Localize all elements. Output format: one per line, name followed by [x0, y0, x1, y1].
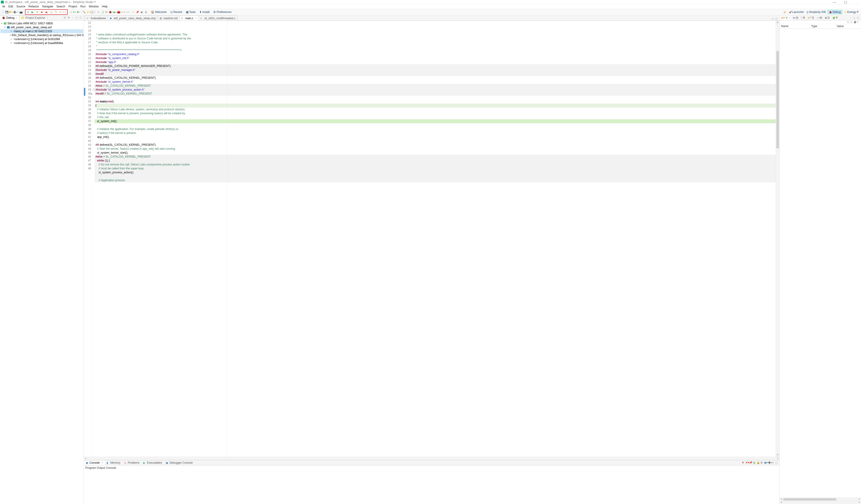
menu-search[interactable]: Search	[55, 4, 67, 9]
minimize-button[interactable]: —	[831, 0, 838, 4]
clear-icon[interactable]: 🗑	[761, 461, 764, 464]
code-line-46[interactable]: // must be called from the super loop.	[95, 167, 776, 170]
code-line-21[interactable]: #include "sl_power_manager.h"	[95, 68, 776, 72]
quicklink-install[interactable]: ⬇Install	[198, 10, 211, 14]
code-editor[interactable]: 1213141516171819202122232425262728293031…	[84, 21, 779, 457]
bottom-tab-executables[interactable]: ▶Executables	[141, 461, 164, 465]
terminate-icon[interactable]: ■	[40, 10, 44, 14]
code-line-20[interactable]: #if defined(SL_CATALOG_POWER_MANAGER_PRE…	[95, 64, 776, 68]
code-line-48[interactable]	[95, 174, 776, 179]
quicklink-preferences[interactable]: ⚙Preferences	[212, 10, 233, 14]
stack-frame-1[interactable]: RSI_Default_Reset_Handler() at startup_R…	[12, 33, 84, 37]
vertical-scrollbar[interactable]: ▴ ▾	[776, 21, 779, 457]
skip-breakpoints-icon[interactable]: ⊘	[26, 10, 30, 14]
expand-icon[interactable]: ▾	[4, 26, 6, 28]
minimize-editor-icon[interactable]: ▭	[771, 17, 775, 20]
right-tab-v[interactable]: (x)=V×	[780, 16, 791, 20]
build-icon[interactable]: 🔨	[82, 10, 86, 14]
right-tab-r[interactable]: ⦙⦙⦙R	[800, 16, 807, 20]
goto-icon[interactable]: 📑	[100, 10, 104, 14]
col-name[interactable]: Name	[780, 24, 810, 28]
scroll-left-icon[interactable]: ◂	[84, 457, 87, 460]
fwd-nav[interactable]: ⇨	[126, 10, 129, 14]
code-line-40[interactable]: #if defined(SL_CATALOG_KERNEL_PRESENT)	[95, 143, 776, 147]
flash-dropdown[interactable]: ⚡	[86, 10, 90, 14]
maximize-view-icon[interactable]: ▢	[80, 16, 83, 19]
code-line-22[interactable]: #endif	[95, 72, 776, 76]
scroll-right-icon[interactable]: ▸	[858, 498, 861, 501]
instruction-step-icon[interactable]: i→	[63, 10, 67, 14]
close-icon[interactable]: ×	[101, 461, 103, 464]
save-icon[interactable]: 💾	[5, 10, 9, 14]
scroll-right-icon[interactable]: ▸	[776, 457, 779, 460]
code-line-39[interactable]	[95, 139, 776, 143]
perspective-simplicity-ide[interactable]: {}Simplicity IDE	[805, 10, 828, 14]
menu-run[interactable]: Run	[79, 4, 87, 9]
view-menu-icon[interactable]: ⋮	[849, 16, 853, 20]
code-line-27[interactable]: #endif // SL_CATALOG_KERNEL_PRESENT	[95, 92, 776, 96]
scroll-lock-icon[interactable]: 🔒	[757, 461, 760, 464]
config-dropdown[interactable]: 📋	[91, 10, 94, 14]
code-line-24[interactable]: #include "sl_system_kernel.h"	[95, 80, 776, 84]
collapse-icon[interactable]: ⊟	[64, 16, 67, 19]
nav-dropdown[interactable]: ⇅	[105, 10, 109, 14]
menu-project[interactable]: Project	[67, 4, 79, 9]
close-icon[interactable]: ×	[195, 17, 196, 19]
code-line-49[interactable]: // Application process.	[95, 179, 776, 182]
variables-detail-hscroll[interactable]: ◂ ▸	[780, 501, 861, 504]
editor-tab-main-c[interactable]: cmain.c×	[179, 15, 199, 20]
variables-body[interactable]	[780, 29, 861, 498]
close-icon[interactable]: ×	[16, 17, 17, 19]
menu-help[interactable]: Help	[100, 4, 109, 9]
new-dropdown[interactable]: ➕	[13, 10, 17, 14]
code-line-32[interactable]: // Note that if the kernel is present, p…	[95, 111, 776, 115]
pin-icon[interactable]: 📌	[136, 10, 139, 14]
stack-frame-0[interactable]: main() at main.c:30 0x8212320	[14, 30, 52, 33]
editor-tab-readme-md[interactable]: ▤readme.md	[158, 15, 180, 20]
quicklink-welcome[interactable]: 🏠Welcome	[150, 10, 168, 14]
bottom-tab-problems[interactable]: ⚠Problems	[122, 461, 141, 465]
resume-icon[interactable]: ▶	[31, 10, 34, 14]
console-output[interactable]: Program Output Console	[84, 465, 779, 504]
close-icon[interactable]: ×	[789, 16, 790, 19]
run-to-line-icon[interactable]: →|	[68, 10, 72, 14]
debug-stack-tree[interactable]: ▾Silicon Labs ARM MCU: SI917-SB00 ▾wifi_…	[0, 20, 84, 46]
debug-dropdown[interactable]: 🐞	[109, 10, 113, 14]
scrollbar-thumb[interactable]	[783, 498, 836, 501]
code-line-13[interactable]: * software is distributed to you in Sour…	[95, 37, 776, 41]
right-tab-m[interactable]: ▭M	[816, 16, 823, 20]
quicklink-recent[interactable]: ◴Recent	[169, 10, 183, 14]
bottom-tab-debugger-console[interactable]: ▣Debugger Console	[164, 461, 194, 465]
run-dropdown[interactable]: ▶	[113, 10, 117, 14]
save-dropdown[interactable]: 📂	[9, 10, 13, 14]
maximize-button[interactable]: ▢	[842, 0, 849, 4]
code-line-19[interactable]: #include "app.h"	[95, 60, 776, 64]
maximize-editor-icon[interactable]: ▢	[775, 17, 778, 20]
code-line-33[interactable]: // this call.	[95, 115, 776, 119]
perspective-debug[interactable]: 🐞Debug	[828, 10, 842, 14]
menu-refactor[interactable]: Refactor	[27, 4, 40, 9]
code-line-18[interactable]: #include "sl_system_init.h"	[95, 56, 776, 60]
horizontal-scrollbar[interactable]: ◂ ▸	[84, 457, 779, 460]
bottom-tab-memory[interactable]: ▮Memory	[105, 461, 122, 465]
code-line-16[interactable]: ****************************************…	[95, 48, 776, 52]
grid-icon[interactable]: ⊞	[144, 10, 148, 14]
tree-icon[interactable]: ⊞	[847, 21, 850, 24]
code-line-38[interactable]: app_init();	[95, 135, 776, 139]
remove-icon[interactable]: ✖	[742, 461, 745, 464]
code-line-45[interactable]: // Do not remove this call: Silicon Labs…	[95, 163, 776, 167]
menu-ile[interactable]: ile	[1, 4, 6, 9]
remove-all-icon[interactable]: ✖✖	[746, 461, 749, 464]
minimize-view-icon[interactable]: ▭	[853, 16, 856, 20]
code-line-41[interactable]: // Start the kernel. Task(s) created in …	[95, 147, 776, 151]
code-line-30[interactable]: {	[95, 103, 776, 108]
scroll-right-icon[interactable]: ▸	[858, 501, 861, 504]
collapse-icon[interactable]: ⊟	[850, 21, 853, 24]
step-over-icon[interactable]: ↷	[54, 10, 57, 14]
open-perspective-icon[interactable]: ⊞	[783, 10, 787, 14]
profile-dropdown[interactable]: ✱	[77, 10, 80, 14]
step-return-icon[interactable]: ↗	[58, 10, 62, 14]
new-console-dropdown[interactable]: ➕▾	[768, 461, 771, 464]
code-line-47[interactable]: sl_system_process_action();	[95, 170, 776, 174]
editor-tab-sli-si91x-multithreaded-c[interactable]: csli_si91x_multithreaded.c	[199, 15, 237, 20]
